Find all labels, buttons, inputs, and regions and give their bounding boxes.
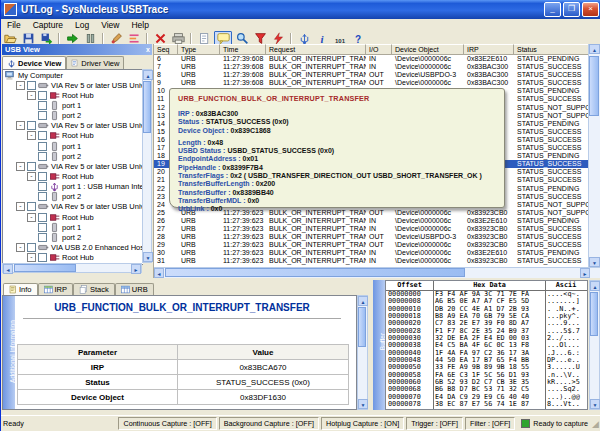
log-vertical-scrollbar[interactable]: ▲ ▼ [588, 44, 600, 267]
pause-button[interactable] [82, 32, 98, 45]
resize-grip[interactable]: ◢ [592, 419, 599, 429]
scroll-down-icon[interactable]: ▼ [143, 252, 153, 262]
tab-info[interactable]: Info [3, 283, 38, 295]
scroll-right-icon[interactable]: ► [580, 268, 590, 278]
hex-row[interactable]: 00000008A6 B5 0E A7 A7 CF E5 5D.......] [386, 298, 587, 305]
tree-checkbox[interactable] [38, 233, 47, 242]
scroll-up-icon[interactable]: ▲ [358, 296, 368, 306]
tree-checkbox[interactable] [38, 253, 47, 262]
log-row[interactable]: 31URB11:27:39:623BULK_OR_INTERRUPT_TRANS… [154, 257, 590, 265]
tree-item-port-2[interactable]: port 2 [3, 192, 143, 202]
col-time[interactable]: Time [220, 44, 266, 55]
hex-row[interactable]: 00000028F1 F7 8C 2E 35 24 B9 37....5$.7 [386, 328, 587, 335]
tree-checkbox[interactable] [38, 91, 47, 100]
tree-checkbox[interactable] [38, 152, 47, 161]
export-button[interactable] [38, 32, 54, 45]
scroll-right-icon[interactable]: ► [131, 264, 141, 274]
log-row[interactable]: 26URB11:27:39:623BULK_OR_INTERRUPT_TRANS… [154, 217, 590, 225]
tree-checkbox[interactable] [38, 213, 47, 222]
scroll-down-icon[interactable]: ▼ [589, 257, 600, 267]
tree-expander-icon[interactable]: - [27, 91, 36, 100]
tree-item-my-computer[interactable]: My Computer [3, 70, 143, 80]
trigger-button[interactable] [270, 32, 286, 45]
tree-checkbox[interactable] [27, 202, 36, 211]
scroll-left-icon[interactable]: ◄ [3, 264, 13, 274]
tree-item-port-1-usb-human-interface-d[interactable]: port 1 : USB Human Interface D [3, 182, 143, 192]
col-irp[interactable]: IRP [464, 44, 514, 55]
tree-expander-icon[interactable]: - [16, 243, 25, 252]
binary-button[interactable]: 101 [332, 32, 348, 45]
hex-row[interactable]: 0000005033 FE A9 9B 89 9B 18 553......U [386, 364, 587, 371]
hex-vertical-scrollbar[interactable]: ▲ ▼ [589, 280, 600, 410]
filter-button[interactable] [252, 32, 268, 45]
col-io[interactable]: I/O [366, 44, 392, 55]
scroll-up-icon[interactable]: ▲ [589, 44, 600, 54]
tree-checkbox[interactable] [27, 121, 36, 130]
find-button[interactable] [234, 32, 250, 45]
tab-device-view[interactable]: Device View [2, 56, 66, 69]
log-row[interactable]: 6URB11:27:39:608BULK_OR_INTERRUPT_TRANSF… [154, 55, 590, 63]
tree-item-via-rev-5-or-later-usb-universal-host-c[interactable]: -VIA Rev 5 or later USB Universal Host C [3, 161, 143, 171]
tree-item-port-2[interactable]: port 2 [3, 111, 143, 121]
tree-expander-icon[interactable]: - [27, 253, 36, 262]
tree-checkbox[interactable] [38, 142, 47, 151]
col-device-object[interactable]: Device Object [392, 44, 464, 55]
tree-item-via-rev-5-or-later-usb-universal-host-c[interactable]: -VIA Rev 5 or later USB Universal Host C [3, 202, 143, 212]
menu-help[interactable]: Help [125, 20, 154, 30]
hex-row[interactable]: 0000004844 50 EA 17 B7 65 F4 BBDP...e.. [386, 357, 587, 364]
log-row[interactable]: 30URB11:27:39:623BULK_OR_INTERRUPT_TRANS… [154, 249, 590, 257]
tree-item-via-rev-5-or-later-usb-universal-host-c[interactable]: -VIA Rev 5 or later USB Universal Host C [3, 80, 143, 90]
scroll-up-icon[interactable]: ▲ [143, 70, 153, 80]
tree-item-via-usb-2-0-enhanced-host-controller[interactable]: -VIA USB 2.0 Enhanced Host Controller [3, 242, 143, 252]
scroll-up-icon[interactable]: ▲ [590, 281, 600, 291]
usb-button[interactable] [296, 32, 312, 45]
log-row[interactable]: 28URB11:27:39:623BULK_OR_INTERRUPT_TRANS… [154, 233, 590, 241]
tree-checkbox[interactable] [38, 101, 47, 110]
tree-checkbox[interactable] [38, 192, 47, 201]
tree-item-root-hub[interactable]: -Root Hub [3, 131, 143, 141]
tree-expander-icon[interactable]: - [16, 81, 25, 90]
restore-button[interactable]: ❐ [563, 2, 580, 17]
hex-row[interactable]: 0000007838 EC 87 E7 56 74 1E 878...Vt.. [386, 401, 587, 408]
log-row[interactable]: 9URB11:27:39:608BULK_OR_INTERRUPT_TRANSF… [154, 79, 590, 87]
tree-item-root-hub[interactable]: -Root Hub [3, 253, 143, 263]
tree-item-port-1[interactable]: port 1 [3, 100, 143, 110]
log-row[interactable]: 7URB11:27:39:608BULK_OR_INTERRUPT_TRANSF… [154, 63, 590, 71]
scroll-left-icon[interactable]: ◄ [154, 268, 164, 278]
close-button[interactable]: × [582, 2, 599, 17]
tab-irp[interactable]: IRP [38, 283, 74, 295]
menu-log[interactable]: Log [69, 20, 95, 30]
print-button[interactable] [170, 32, 186, 45]
hex-row[interactable]: 0000003032 DE EA 2F E4 ED 00 032../.... [386, 335, 587, 342]
hex-row[interactable]: 000000401F 4A FA 97 C2 36 17 3A.J...6.: [386, 350, 587, 357]
hex-row[interactable]: 00000020C7 83 2E E7 39 F0 8D A7....9... [386, 320, 587, 327]
col-type[interactable]: Type [178, 44, 220, 55]
menu-capture[interactable]: Capture [27, 20, 69, 30]
title-bar[interactable]: UTLog - SysNucleus USBTrace _ ❐ × [1, 0, 600, 19]
hex-row[interactable]: 00000018B8 A9 EA 70 6B 79 5E CA...pky^. [386, 313, 587, 320]
open-button[interactable] [2, 32, 18, 45]
tree-item-root-hub[interactable]: -Root Hub [3, 212, 143, 222]
col-request[interactable]: Request [266, 44, 366, 55]
hex-row[interactable]: 00000010DB 20 CC 4E A1 D7 2B 93. .N..+. [386, 306, 587, 313]
tree-checkbox[interactable] [38, 131, 47, 140]
panel-close-icon[interactable]: x [146, 46, 150, 53]
tree-checkbox[interactable] [27, 243, 36, 252]
tree-expander-icon[interactable]: - [27, 131, 36, 140]
tree-item-port-1[interactable]: port 1 [3, 141, 143, 151]
tree-item-root-hub[interactable]: -Root Hub [3, 90, 143, 100]
tree-expander-icon[interactable]: - [16, 121, 25, 130]
tab-stack[interactable]: Stack [73, 283, 115, 295]
hex-row[interactable]: 00000038E4 C5 BA 4F 6C 0C 13 F8...Ol... [386, 342, 587, 349]
probe-button[interactable] [108, 32, 124, 45]
tree-item-port-2[interactable]: port 2 [3, 232, 143, 242]
tree-checkbox[interactable] [27, 81, 36, 90]
tree-item-port-2[interactable]: port 2 [3, 151, 143, 161]
col-status[interactable]: Status [514, 44, 590, 55]
tree-expander-icon[interactable]: - [27, 213, 36, 222]
note-button[interactable] [196, 32, 212, 45]
hex-row[interactable]: 00000058FA 6E C3 1F 5C 56 D1 93.n..\V.. [386, 372, 587, 379]
help-button[interactable]: ? [350, 32, 366, 45]
hex-row[interactable]: 000000606B 52 93 D2 C7 CB 3E 35kR....>5 [386, 379, 587, 386]
tree-checkbox[interactable] [38, 182, 47, 191]
